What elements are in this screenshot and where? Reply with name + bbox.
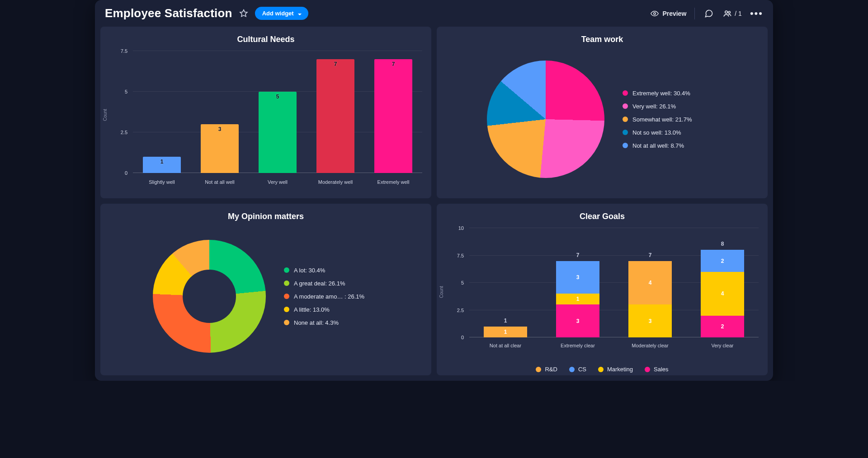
legend-item: A moderate amo… : 26.1% — [284, 293, 379, 300]
plot-area: 1131373472428 — [469, 228, 759, 337]
legend-item: Not so well: 13.0% — [623, 129, 717, 136]
legend-item: A little: 13.0% — [284, 306, 379, 313]
stacked-bar[interactable]: 11 — [484, 327, 527, 337]
legend-item: Sales — [645, 366, 669, 373]
star-icon[interactable] — [239, 9, 249, 19]
y-axis-label: Count — [439, 286, 444, 298]
pie-chart — [487, 61, 604, 178]
legend: R&DCSMarketingSales — [437, 366, 768, 373]
widgets-grid: Cultural Needs Count 0 2.5 5 7.5 13577 S… — [95, 27, 773, 381]
legend-swatch — [284, 320, 289, 325]
card-team-work[interactable]: Team work Extremely well: 30.4%Very well… — [437, 27, 768, 198]
y-axis: 0 2.5 5 7.5 — [115, 51, 127, 173]
comment-icon[interactable] — [703, 8, 715, 19]
legend-item: Extremely well: 30.4% — [623, 90, 717, 97]
chevron-down-icon — [297, 11, 302, 16]
bar-segment: 3 — [556, 261, 599, 294]
y-axis: 0 2.5 5 7.5 10 — [451, 228, 464, 337]
stacked-bar[interactable]: 3137 — [556, 261, 599, 337]
legend-swatch — [284, 294, 289, 299]
legend-item: Very well: 26.1% — [623, 103, 717, 110]
card-cultural-needs[interactable]: Cultural Needs Count 0 2.5 5 7.5 13577 S… — [100, 27, 431, 198]
preview-button[interactable]: Preview — [651, 9, 686, 18]
bar-segment: 3 — [628, 304, 672, 337]
card-opinion-matters[interactable]: My Opinion matters A lot: 30.4%A great d… — [100, 204, 431, 375]
page-title: Employee Satisfaction — [105, 6, 232, 20]
stacked-bar[interactable]: 2428 — [701, 250, 744, 337]
legend-swatch — [623, 130, 628, 135]
plot-area: 13577 — [133, 51, 422, 173]
bar[interactable]: 7 — [374, 59, 412, 173]
legend: Extremely well: 30.4%Very well: 26.1%Som… — [623, 90, 717, 149]
svg-point-1 — [725, 11, 727, 13]
topbar: Employee Satisfaction Add widget Preview… — [95, 0, 773, 27]
bar-segment: 1 — [556, 294, 599, 304]
divider — [694, 8, 695, 19]
eye-icon — [651, 9, 659, 18]
card-title: My Opinion matters — [106, 212, 426, 221]
people-icon — [723, 9, 732, 18]
bar-segment: 3 — [556, 304, 599, 337]
y-axis-label: Count — [103, 109, 108, 121]
svg-point-0 — [654, 12, 656, 14]
legend-swatch — [284, 280, 289, 286]
card-title: Team work — [442, 35, 762, 44]
card-title: Cultural Needs — [106, 35, 426, 44]
legend-swatch — [284, 307, 289, 312]
x-axis: Slightly wellNot at all wellVery wellMod… — [133, 179, 422, 185]
legend-item: A lot: 30.4% — [284, 267, 379, 274]
legend-item: CS — [569, 366, 586, 373]
add-widget-label: Add widget — [262, 10, 294, 17]
legend-swatch — [623, 90, 628, 96]
legend-item: Somewhat well: 21.7% — [623, 116, 717, 123]
bar[interactable]: 7 — [316, 59, 354, 173]
card-title: Clear Goals — [442, 212, 762, 221]
bar-segment: 1 — [484, 327, 527, 337]
legend-swatch — [623, 143, 628, 148]
bar[interactable]: 5 — [259, 92, 297, 173]
card-clear-goals[interactable]: Clear Goals Count 0 2.5 5 7.5 10 1131373… — [437, 204, 768, 375]
legend-swatch — [623, 103, 628, 109]
bar[interactable]: 1 — [143, 157, 181, 173]
legend-item: None at all: 4.3% — [284, 319, 379, 326]
people-button[interactable]: / 1 — [723, 9, 742, 18]
svg-point-2 — [728, 11, 730, 13]
legend-item: R&D — [536, 366, 557, 373]
legend-item: Not at all well: 8.7% — [623, 142, 717, 149]
legend-swatch — [284, 267, 289, 273]
stacked-bar[interactable]: 347 — [628, 261, 672, 337]
legend: A lot: 30.4%A great deal: 26.1%A moderat… — [284, 267, 379, 326]
bar-segment: 4 — [701, 272, 744, 316]
bar-segment: 2 — [701, 316, 744, 337]
topbar-right: Preview / 1 ••• — [651, 8, 763, 19]
bar-segment: 2 — [701, 250, 744, 271]
donut-chart — [153, 240, 266, 353]
x-axis: Not at all clearExtremely clearModeratel… — [469, 343, 759, 348]
add-widget-button[interactable]: Add widget — [255, 7, 308, 20]
bar[interactable]: 3 — [201, 124, 239, 173]
legend-swatch — [623, 117, 628, 122]
bar-segment: 4 — [628, 261, 672, 305]
dashboard: Employee Satisfaction Add widget Preview… — [95, 0, 773, 381]
legend-item: Marketing — [598, 366, 633, 373]
legend-item: A great deal: 26.1% — [284, 280, 379, 287]
